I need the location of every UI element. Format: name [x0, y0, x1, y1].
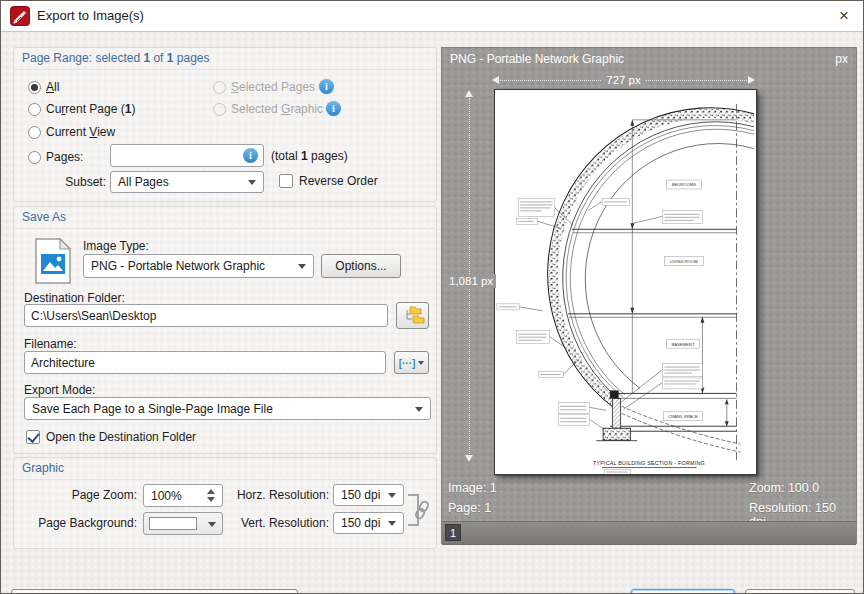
filename-input[interactable]	[24, 351, 386, 374]
horz-resolution-dropdown[interactable]: 150 dpi	[333, 484, 404, 506]
close-icon[interactable]: ×	[839, 5, 849, 27]
room-label-living-room: LIVING ROOM	[670, 259, 698, 264]
total-pages-label: (total 1 pages)	[271, 149, 348, 163]
color-swatch	[149, 517, 197, 530]
options-button[interactable]: Options...	[321, 254, 401, 278]
graphic-heading: Graphic	[14, 458, 436, 480]
preview-zoom: Zoom: 100.0	[749, 481, 819, 495]
radio-all-label[interactable]: All	[46, 80, 59, 94]
chevron-down-icon	[418, 361, 424, 365]
radio-selected-graphic	[213, 103, 226, 116]
preview-pane: PNG - Portable Network Graphic px 727 px…	[441, 47, 857, 544]
width-ruler: 727 px	[492, 74, 755, 87]
radio-pages[interactable]	[28, 151, 41, 164]
app-icon	[10, 6, 30, 26]
dialog-body: Page Range: selected 1 of 1 pages All Se…	[1, 32, 863, 593]
export-mode-value: Save Each Page to a Single-Page Image Fi…	[32, 402, 273, 416]
vert-resolution-label: Vert. Resolution:	[224, 516, 329, 530]
macro-brackets-icon: [···]	[399, 358, 416, 369]
subset-value: All Pages	[118, 175, 169, 189]
radio-current-view-label[interactable]: Current View	[46, 125, 115, 139]
page-background-dropdown[interactable]	[143, 512, 223, 535]
horz-resolution-value: 150 dpi	[341, 488, 380, 502]
chevron-down-icon	[208, 522, 216, 527]
ok-button[interactable]: OK	[631, 589, 735, 594]
spinner-up-icon[interactable]	[207, 489, 215, 494]
page-zoom-value: 100%	[151, 489, 182, 503]
cancel-button[interactable]: Cancel	[745, 589, 855, 594]
filename-label: Filename:	[24, 337, 77, 351]
chevron-down-icon	[415, 407, 423, 412]
radio-selected-pages-label: Selected Pages	[231, 80, 315, 94]
arrow-right-icon	[748, 76, 755, 84]
page-thumbnail-strip: 1	[442, 521, 856, 545]
open-destination-folder-label[interactable]: Open the Destination Folder	[46, 430, 196, 444]
radio-selected-pages	[213, 81, 226, 94]
chevron-down-icon	[388, 493, 396, 498]
selected-graphic-info-icon[interactable]: i	[326, 101, 341, 116]
preview-unit-label: px	[835, 52, 848, 66]
radio-all[interactable]	[28, 81, 41, 94]
destination-folder-input[interactable]	[24, 304, 388, 327]
export-to-images-dialog: Export to Image(s) × Page Range: selecte…	[0, 0, 864, 594]
titlebar: Export to Image(s) ×	[1, 1, 863, 32]
vert-resolution-value: 150 dpi	[341, 516, 380, 530]
save-as-group: Save As Image Type: PNG - Portable Netwo…	[13, 206, 437, 454]
page-range-group: Page Range: selected 1 of 1 pages All Se…	[13, 47, 437, 202]
export-mode-dropdown[interactable]: Save Each Page to a Single-Page Image Fi…	[24, 397, 431, 420]
radio-current-page-label[interactable]: Current Page (1)	[46, 102, 135, 116]
chevron-down-icon	[248, 180, 256, 185]
preview-format-label: PNG - Portable Network Graphic	[450, 52, 624, 66]
reverse-order-checkbox[interactable]	[279, 174, 293, 188]
radio-current-page[interactable]	[28, 103, 41, 116]
export-settings-button[interactable]: Export settings: <Custom>	[11, 589, 298, 594]
image-type-value: PNG - Portable Network Graphic	[91, 259, 265, 273]
export-mode-label: Export Mode:	[24, 383, 95, 397]
room-label-crawl-space: CRAWL SPACE	[668, 414, 698, 419]
filename-macro-button[interactable]: [···]	[394, 351, 429, 374]
image-type-dropdown[interactable]: PNG - Portable Network Graphic	[83, 254, 314, 278]
page-background-label: Page Background:	[24, 516, 137, 530]
window-title: Export to Image(s)	[37, 8, 144, 23]
page-zoom-spinner[interactable]: 100%	[143, 484, 223, 507]
save-as-heading: Save As	[14, 207, 436, 229]
horz-resolution-label: Horz. Resolution:	[224, 488, 329, 502]
pages-input[interactable]	[110, 144, 264, 167]
preview-image-number: Image: 1	[448, 481, 497, 495]
page-range-heading: Page Range: selected 1 of 1 pages	[14, 48, 436, 70]
arrow-down-icon	[465, 455, 473, 462]
image-file-icon	[32, 237, 74, 289]
page-zoom-label: Page Zoom:	[24, 488, 137, 502]
link-resolutions-icon[interactable]	[406, 484, 432, 540]
vert-resolution-dropdown[interactable]: 150 dpi	[333, 512, 404, 534]
room-label-bedrooms: BEDROOMS	[672, 182, 697, 187]
chevron-down-icon	[388, 521, 396, 526]
radio-selected-graphic-label: Selected Graphic	[231, 102, 323, 116]
page-tab-1[interactable]: 1	[445, 524, 461, 541]
arrow-left-icon	[492, 76, 499, 84]
graphic-group: Graphic Page Zoom: 100% Horz. Resolution…	[13, 457, 437, 549]
drawing-title: TYPICAL BUILDING SECTION - FORMING	[593, 460, 705, 466]
radio-pages-label[interactable]: Pages:	[46, 150, 83, 164]
room-label-basement: BASEMENT	[671, 342, 694, 347]
height-value: 1,081 px	[446, 274, 496, 288]
pages-info-icon[interactable]: i	[243, 148, 258, 163]
width-value: 727 px	[601, 74, 646, 87]
selected-pages-info-icon[interactable]: i	[319, 79, 334, 94]
open-destination-folder-checkbox[interactable]	[26, 430, 40, 444]
browse-folder-button[interactable]	[396, 302, 429, 329]
preview-page-number: Page: 1	[448, 501, 491, 515]
image-type-label: Image Type:	[83, 239, 149, 253]
spinner-down-icon[interactable]	[207, 497, 215, 502]
preview-page-image: BEDROOMS LIVING ROOM BASEMENT CRAWL SPAC…	[494, 89, 757, 475]
reverse-order-label[interactable]: Reverse Order	[299, 174, 378, 188]
radio-current-view[interactable]	[28, 126, 41, 139]
arrow-up-icon	[465, 90, 473, 97]
subset-dropdown[interactable]: All Pages	[110, 171, 264, 193]
destination-folder-label: Destination Folder:	[24, 291, 125, 305]
subset-label: Subset:	[54, 175, 106, 189]
chevron-down-icon	[298, 264, 306, 269]
